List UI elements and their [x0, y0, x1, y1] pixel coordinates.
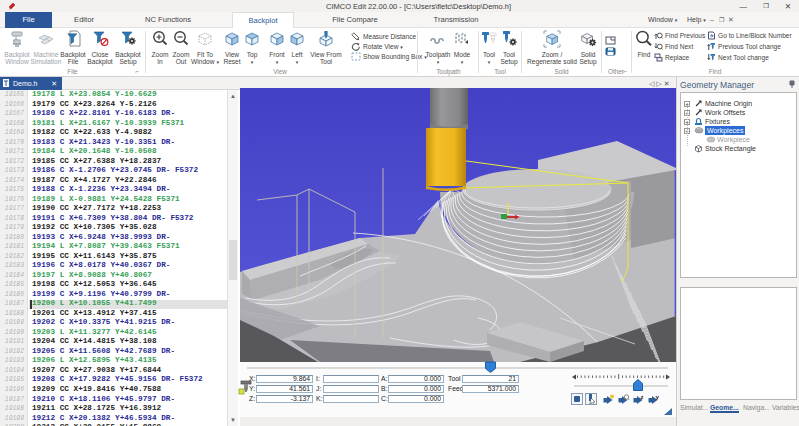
svg-text:z: z [641, 394, 644, 400]
svg-text:y: y [656, 394, 660, 400]
